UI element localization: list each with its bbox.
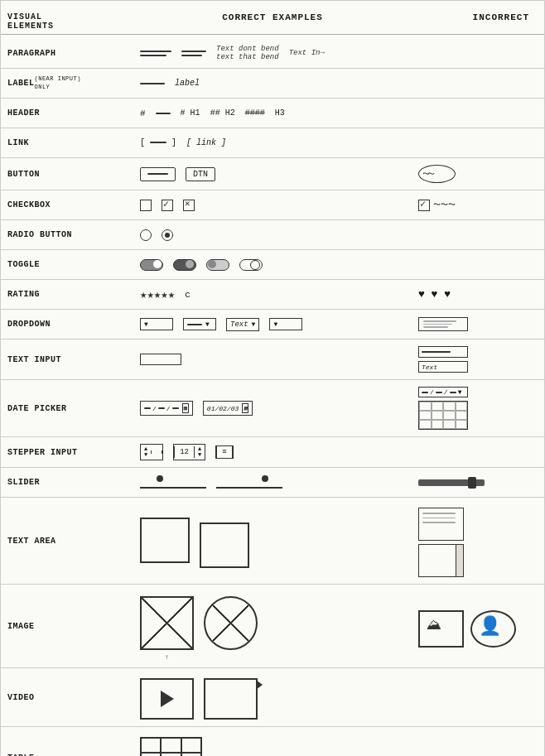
header-hash1: #	[140, 108, 146, 118]
incorrect-checkbox: 〜〜〜	[412, 196, 544, 214]
datepicker-wavy: // ▦	[140, 401, 193, 416]
row-label: LABEL (NEAR INPUT)ONLY label	[1, 69, 544, 99]
toggle-dark	[173, 259, 196, 271]
image-circle	[204, 596, 258, 650]
header-col1: VISUALELEMENTS	[7, 12, 140, 31]
label-textarea: TEXT AREA	[1, 534, 133, 548]
row-header: HEADER # # H1 ## H2 #### H3	[1, 99, 544, 128]
incorrect-link	[412, 140, 544, 147]
correct-datepicker: // ▦ 01/02/03 ▦	[133, 397, 412, 419]
checkbox-checked	[162, 200, 173, 211]
incorrect-ti2: Text	[418, 361, 468, 373]
row-video: VIDEO	[1, 668, 544, 727]
row-link: LINK [ ] [ link ]	[1, 128, 544, 158]
incorrect-image	[412, 602, 544, 651]
incorrect-paragraph	[412, 50, 544, 56]
stepper-1: ▲▼	[140, 444, 163, 460]
header-col2: CORRECT EXAMPLES	[140, 12, 405, 31]
tc4	[141, 753, 161, 756]
image-person-incorrect	[470, 610, 516, 648]
row-datepicker: DATE PICKER // ▦ 01/02/03 ▦ // ▼	[1, 380, 544, 437]
incorrect-slider	[412, 476, 544, 489]
row-toggle: ToGgLE	[1, 250, 544, 280]
label-wavy	[140, 83, 165, 84]
incorrect-label	[412, 80, 544, 87]
dropdown-empty: ▼	[140, 318, 173, 330]
incorrect-radio	[412, 232, 544, 238]
incorrect-datepicker: // ▼	[412, 383, 544, 433]
toggle-circle	[239, 259, 263, 271]
label-link: LINK	[1, 136, 133, 150]
label-rating: RATING	[1, 287, 133, 301]
datepicker-exact: 01/02/03 ▦	[203, 401, 253, 416]
header-h3b: H3	[275, 108, 285, 118]
correct-radio	[133, 226, 412, 244]
label-toggle: ToGgLE	[1, 258, 133, 272]
link-bracket1: [ ]	[140, 138, 176, 147]
label-textinput: TEXT INPUT	[1, 353, 133, 367]
correct-checkbox	[133, 196, 412, 214]
incorrect-toggle	[412, 262, 544, 268]
dropdown-text: Text▼	[226, 318, 259, 331]
label-slider: SLIDER	[1, 475, 133, 489]
tc3	[181, 738, 201, 753]
label-button: BUTTON	[1, 167, 133, 181]
incorrect-ti1	[418, 346, 468, 358]
incorrect-ti-group: Text	[418, 346, 468, 373]
label-label: LABEL (NEAR INPUT)ONLY	[1, 74, 133, 92]
label-paragraph: PARAGRAPH	[1, 46, 133, 60]
para-example-text2: Text In→	[289, 49, 325, 57]
header-h3: ####	[245, 108, 265, 118]
correct-textarea	[133, 511, 412, 571]
star1: ★★★★★	[140, 287, 175, 301]
dropdown-wavy: ▼	[183, 318, 216, 330]
video-plain	[204, 678, 258, 720]
row-image: IMAGE ↑	[1, 585, 544, 668]
incorrect-video	[412, 694, 544, 701]
incorrect-rating: ♥ ♥ ♥	[412, 285, 544, 304]
image-arrow: ↑	[165, 653, 169, 661]
correct-rating: ★★★★★ c	[133, 284, 412, 305]
tc6	[181, 753, 201, 756]
stepper-btn2: ▲▼	[195, 445, 205, 460]
slider-correct1	[140, 478, 206, 488]
star-c: c	[185, 290, 191, 300]
checkbox-incorrect: 〜〜〜	[418, 200, 456, 211]
stepper-num1	[151, 450, 162, 454]
incorrect-date-group: // ▼	[418, 387, 468, 430]
radio-empty	[140, 229, 152, 241]
incorrect-ta1	[418, 508, 464, 541]
image-x	[140, 596, 194, 650]
table-inner	[141, 738, 201, 756]
row-radio: RADIO BUTTON	[1, 220, 544, 250]
correct-video	[133, 672, 412, 723]
row-paragraph: PARAGRAPH Text dont bendtext that bend T…	[1, 38, 544, 69]
correct-stepper: ▲▼ 12 ▲▼ ≡	[133, 441, 412, 464]
radio-filled	[162, 229, 173, 241]
table-header: VISUALELEMENTS CORRECT EXAMPLES iNCORREC…	[1, 9, 544, 35]
label-video: VIDEO	[1, 691, 133, 705]
stepper-num3: ≡	[216, 446, 232, 458]
row-slider: SLIDER	[1, 468, 544, 498]
correct-paragraph: Text dont bendtext that bend Text In→	[133, 41, 412, 65]
incorrect-stepper	[412, 449, 544, 455]
row-textinput: TEXT INPUT Text	[1, 339, 544, 380]
correct-button: DTN	[133, 164, 412, 185]
table-sketch	[140, 737, 202, 756]
row-textarea: TEXT AREA	[1, 498, 544, 585]
para-example-text: Text dont bendtext that bend	[216, 45, 279, 61]
link-bracket2: [ link ]	[186, 138, 226, 147]
label-image: IMAGE	[1, 619, 133, 633]
header-h1: # H1	[181, 108, 200, 118]
checkbox-x	[183, 200, 195, 211]
correct-header: # # H1 ## H2 #### H3	[133, 105, 412, 122]
checkbox-incorrect-wavy: 〜〜〜	[433, 200, 456, 210]
correct-textinput	[133, 350, 412, 368]
label-checkbox: CHECKBOX	[1, 198, 133, 212]
label-example: label	[175, 79, 200, 88]
correct-toggle	[133, 256, 412, 274]
stepper-num2: 12	[174, 446, 195, 458]
heart-rating: ♥ ♥ ♥	[418, 288, 451, 301]
toggle-on	[140, 259, 163, 271]
row-dropdown: DROPDOWN ▼ ▼ Text▼ ▼	[1, 310, 544, 339]
